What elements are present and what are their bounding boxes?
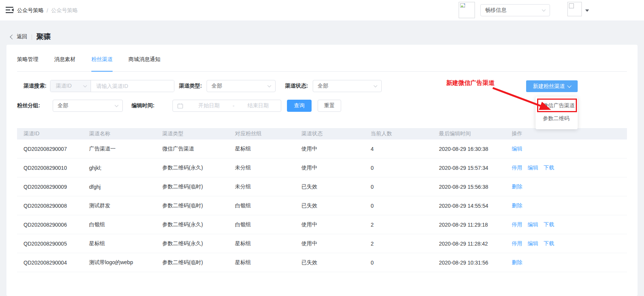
channel-status-select[interactable]: 全部 [313,80,382,92]
chevron-left-icon[interactable] [10,34,15,39]
channel-id-input[interactable] [91,80,174,92]
cell-channel-type: 参数二维码(永久) [162,221,235,228]
cell-fans-group: 未分组 [235,164,301,171]
delete-link[interactable]: 删除 [512,183,522,190]
cell-count: 2 [371,241,439,247]
cell-actions: 停用编辑下载 [512,240,627,247]
column-header-7: 操作 [512,130,627,137]
column-header-6: 最后编辑时间 [439,130,512,137]
cell-edit-time: 2020-08-29 15:57:34 [439,165,512,171]
create-fans-channel-button[interactable]: 新建粉丝渠道 [526,80,578,92]
column-header-5: 当前人数 [371,130,439,137]
cell-edit-time: 2020-08-29 15:56:38 [439,184,512,190]
organization-select[interactable]: 畅移信息 [480,4,550,16]
cell-count: 0 [371,260,439,266]
breadcrumb-current: 公众号策略 [51,7,78,14]
cell-channel-name: ghjkl; [89,165,162,171]
table-row: QD202008290009dfghj参数二维码(临时)未分组已失效02020-… [17,177,627,196]
cell-channel-id: QD202008290005 [17,241,89,247]
cell-actions: 删除 [512,183,627,190]
cell-channel-id: QD202008290006 [17,222,89,228]
page-title: 聚骧 [36,32,51,42]
chevron-down-icon [115,103,119,107]
broken-image-icon [569,3,574,8]
tab-mall-message-notice[interactable]: 商城消息通知 [128,55,160,71]
cell-actions: 删除 [512,202,627,209]
tab-fans-channel[interactable]: 粉丝渠道 [91,55,113,72]
sidebar-collapse-icon[interactable] [6,7,14,14]
calendar-icon [177,103,183,109]
cell-count: 0 [371,165,439,171]
edit-link[interactable]: 编辑 [512,146,522,152]
download-link[interactable]: 下载 [544,164,554,171]
channel-type-select-value: 全部 [212,83,222,89]
cell-fans-group: 星标组 [235,146,301,152]
back-button[interactable]: 返回 [17,33,27,40]
edit-link[interactable]: 编辑 [528,240,538,246]
disable-link[interactable]: 停用 [512,164,522,171]
disable-link[interactable]: 停用 [512,240,522,246]
tab-message-material[interactable]: 消息素材 [54,55,75,71]
cell-status: 使用中 [301,146,371,152]
cell-edit-time: 2020-08-29 11:29:18 [439,222,512,228]
end-date-placeholder[interactable]: 结束日期 [235,102,281,109]
account-logo-broken-image [459,2,475,18]
start-date-placeholder[interactable]: 开始日期 [186,102,232,109]
channel-type-label: 渠道类型: [179,83,207,89]
top-bar: 公众号策略 / 公众号策略 畅移信息 [0,0,644,20]
delete-link[interactable]: 删除 [512,259,522,265]
annotation-text: 新建微信广告渠道 [446,79,495,87]
cell-actions: 停用编辑下载 [512,221,627,228]
channel-type-select[interactable]: 全部 [207,80,276,92]
fans-group-select[interactable]: 全部 [53,100,123,112]
table-body: QD202008290007广告渠道一微信广告渠道星标组使用中42020-08-… [17,139,627,272]
edit-link[interactable]: 编辑 [528,164,538,171]
breadcrumb-separator: / [47,8,48,14]
table-row: QD202008290004测试带logo的webp参数二维码(临时)星标组已失… [17,253,627,272]
page-header: 返回 | 聚骧 [11,32,51,42]
cell-edit-time: 2020-08-29 10:31:56 [439,260,512,266]
cell-status: 使用中 [301,164,371,171]
menu-item-wechat-ad-channel[interactable]: 微信广告渠道 [536,99,578,112]
channel-table: 渠道ID渠道名称渠道类型对应粉丝组渠道状态当前人数最后编辑时间操作 QD2020… [17,128,627,272]
cell-count: 2 [371,222,439,228]
cell-status: 使用中 [301,221,371,228]
search-button[interactable]: 查询 [287,100,312,112]
cell-fans-group: 未分组 [235,183,301,190]
menu-item-param-qrcode[interactable]: 参数二维码 [536,112,578,125]
avatar-broken-image[interactable] [567,2,582,16]
tab-strategy-management[interactable]: 策略管理 [17,55,38,71]
delete-link[interactable]: 删除 [512,202,522,208]
cell-channel-type: 参数二维码(临时) [162,259,235,266]
cell-edit-time: 2020-08-29 16:30:38 [439,146,512,152]
download-link[interactable]: 下载 [544,221,554,227]
cell-channel-id: QD202008290010 [17,165,89,171]
reset-button[interactable]: 重置 [318,100,341,112]
column-header-3: 对应粉丝组 [235,130,301,137]
cell-status: 已失效 [301,259,371,266]
channel-id-select[interactable]: 渠道ID [50,80,91,92]
chevron-down-icon [83,83,87,87]
cell-status: 使用中 [301,240,371,247]
edit-link[interactable]: 编辑 [528,221,538,227]
cell-channel-id: QD202008290008 [17,203,89,209]
user-menu-caret-down-icon[interactable] [585,9,589,14]
download-link[interactable]: 下载 [544,240,554,246]
cell-channel-type: 参数二维码(临时) [162,202,235,209]
table-row: QD202008290010ghjkl;参数二维码(永久)未分组使用中02020… [17,158,627,177]
cell-fans-group: 星标组 [235,259,301,266]
cell-fans-group: 星标组 [235,240,301,247]
cell-actions: 编辑 [512,146,627,152]
cell-count: 4 [371,146,439,152]
cell-channel-type: 参数二维码(永久) [162,240,235,247]
cell-channel-type: 参数二维码(临时) [162,183,235,190]
breadcrumb-root[interactable]: 公众号策略 [17,7,44,14]
edit-time-range-picker[interactable]: 开始日期 - 结束日期 [172,100,281,112]
disable-link[interactable]: 停用 [512,221,522,227]
chevron-down-icon [567,83,571,88]
cell-fans-group: 白银组 [235,202,301,209]
table-row: QD202008290007广告渠道一微信广告渠道星标组使用中42020-08-… [17,139,627,158]
tab-bar: 策略管理消息素材粉丝渠道商城消息通知 [17,55,627,72]
chevron-down-icon [374,83,378,87]
organization-select-value: 畅移信息 [485,7,506,14]
